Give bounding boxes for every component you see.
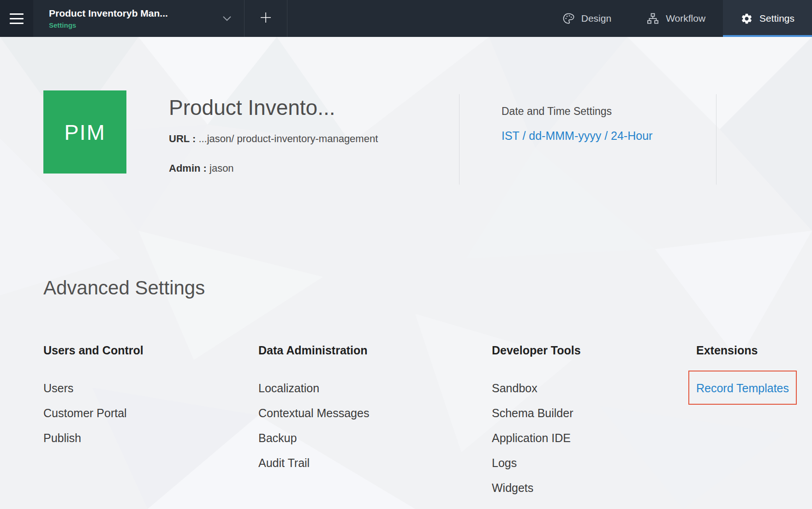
vertical-divider [459,94,460,185]
column-header: Users and Control [43,343,143,357]
advanced-settings-title: Advanced Settings [43,277,205,299]
app-subtitle: Settings [49,21,168,29]
tab-workflow-label: Workflow [666,13,705,24]
link-contextual-messages[interactable]: Contextual Messages [258,406,369,420]
link-backup[interactable]: Backup [258,431,369,445]
hamburger-icon [10,18,24,19]
url-value: ...jason/ product-inventory-management [198,133,378,144]
link-application-ide[interactable]: Application IDE [492,431,581,445]
column-header: Developer Tools [492,343,581,357]
app-logo: PIM [43,90,126,174]
link-schema-builder[interactable]: Schema Builder [492,406,581,420]
sitemap-icon [646,12,659,25]
main-nav-tabs: Design Workflow Settings [544,0,812,37]
tab-design-label: Design [581,13,611,24]
app-url-row: URL : ...jason/ product-inventory-manage… [169,133,378,145]
app-admin-row: Admin : jason [169,162,234,174]
column-developer-tools: Developer Tools Sandbox Schema Builder A… [492,343,581,506]
link-record-templates[interactable]: Record Templates [696,382,789,395]
column-users-and-control: Users and Control Users Customer Portal … [43,343,143,456]
datetime-settings-link[interactable]: IST / dd-MMM-yyyy / 24-Hour [502,129,652,143]
link-localization[interactable]: Localization [258,381,369,395]
link-users[interactable]: Users [43,381,143,395]
tab-design[interactable]: Design [544,0,629,37]
chevron-down-icon [222,14,232,24]
palette-icon [562,12,575,25]
link-customer-portal[interactable]: Customer Portal [43,406,143,420]
app-heading: Product Invento... [169,95,335,120]
tab-settings-label: Settings [759,13,794,24]
link-sandbox[interactable]: Sandbox [492,381,581,395]
column-extensions: Extensions Record Templates [696,343,797,405]
link-widgets[interactable]: Widgets [492,481,581,495]
tab-settings[interactable]: Settings [723,0,812,37]
topbar: Product Inventoryb Man... Settings [0,0,812,37]
link-publish[interactable]: Publish [43,431,143,445]
url-label: URL : [169,133,196,144]
column-data-administration: Data Administration Localization Context… [258,343,369,481]
app-switcher[interactable]: Product Inventoryb Man... Settings [33,0,245,37]
tab-workflow[interactable]: Workflow [629,0,723,37]
settings-page: PIM Product Invento... URL : ...jason/ p… [0,37,812,509]
admin-label: Admin : [169,162,207,174]
datetime-settings-heading: Date and Time Settings [502,105,612,118]
gear-icon [740,12,753,25]
app-title: Product Inventoryb Man... [49,8,168,19]
column-header: Extensions [696,343,797,357]
admin-value: jason [209,162,234,174]
plus-icon [259,11,272,26]
record-templates-highlight-box: Record Templates [688,371,797,405]
link-logs[interactable]: Logs [492,456,581,470]
link-audit-trail[interactable]: Audit Trail [258,456,369,470]
hamburger-icon [10,13,24,15]
vertical-divider [716,94,716,185]
column-header: Data Administration [258,343,369,357]
hamburger-icon [10,23,24,24]
hamburger-menu-button[interactable] [0,0,33,37]
add-application-button[interactable] [245,0,287,37]
